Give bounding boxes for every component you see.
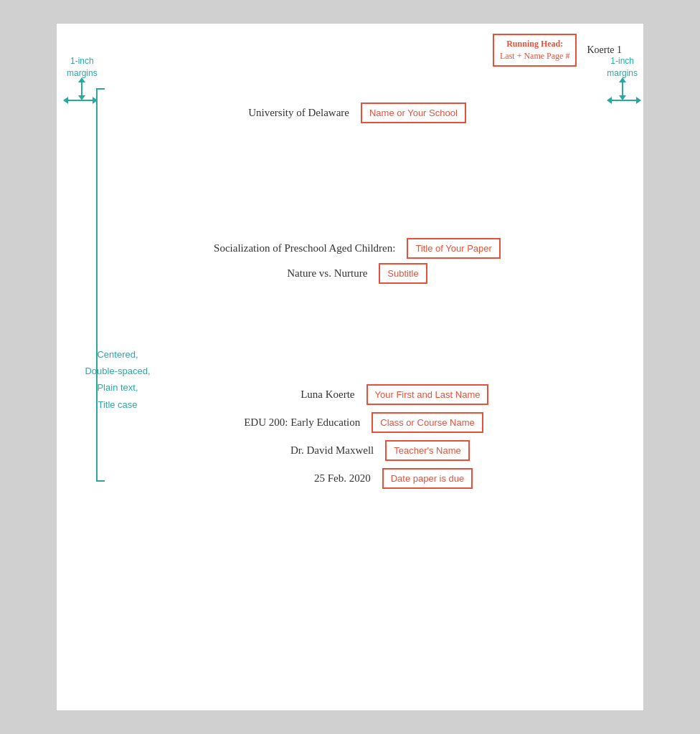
annotation-double-spaced: Double-spaced,	[85, 366, 150, 376]
date-row: 25 Feb. 2020 Date paper is due	[114, 468, 600, 489]
teacher-text: Dr. David Maxwell	[245, 444, 374, 457]
course-annotation-box: Class or Course Name	[372, 412, 483, 433]
date-text: 25 Feb. 2020	[242, 472, 371, 485]
date-annotation-text: Date paper is due	[391, 473, 465, 484]
running-head-sub: Last + Name Page #	[500, 51, 569, 61]
content-area: Centered, Double-spaced, Plain text, Tit…	[57, 74, 643, 525]
teal-bracket	[96, 88, 105, 482]
main-title-annotation-box: Title of Your Paper	[407, 238, 500, 259]
date-annotation-box: Date paper is due	[382, 468, 473, 489]
running-head-box: Running Head: Last + Name Page #	[493, 34, 577, 67]
main-title-row: Socialization of Preschool Aged Children…	[114, 238, 600, 259]
author-name-annotation-box: Your First and Last Name	[366, 384, 489, 405]
title-section: Socialization of Preschool Aged Children…	[114, 238, 600, 284]
teacher-annotation-box: Teacher's Name	[385, 440, 470, 461]
main-title-annotation-text: Title of Your Paper	[415, 243, 491, 254]
author-name-text: Luna Koerte	[226, 389, 355, 401]
teacher-row: Dr. David Maxwell Teacher's Name	[114, 440, 600, 461]
page-number: Koerte 1	[587, 44, 622, 56]
teacher-annotation-text: Teacher's Name	[394, 445, 461, 456]
subtitle-text: Nature vs. Nurture	[287, 267, 367, 280]
subtitle-annotation-box: Subtitle	[379, 263, 427, 284]
left-annotations: Centered, Double-spaced, Plain text, Tit…	[71, 346, 164, 414]
course-row: EDU 200: Early Education Class or Course…	[114, 412, 600, 433]
annotation-centered: Centered,	[97, 349, 138, 360]
author-name-annotation-text: Your First and Last Name	[375, 389, 481, 400]
subtitle-row: Nature vs. Nurture Subtitle	[114, 263, 600, 284]
school-example-text: University of Delaware	[248, 107, 349, 119]
school-annotation-box: Name or Your School	[361, 103, 466, 123]
annotation-title-case: Title case	[98, 399, 137, 410]
school-section: University of Delaware Name or Your Scho…	[114, 103, 600, 123]
annotation-plain-text: Plain text,	[97, 382, 138, 393]
header-bar: Running Head: Last + Name Page # Koerte …	[57, 24, 643, 74]
page: 1-inch margins 1-inch margins Running He…	[56, 23, 644, 711]
margin-left-text-1: 1-inch	[70, 56, 94, 66]
subtitle-annotation-text: Subtitle	[387, 268, 418, 279]
school-annotation-text: Name or Your School	[369, 108, 458, 118]
author-name-row: Luna Koerte Your First and Last Name	[114, 384, 600, 405]
course-text: EDU 200: Early Education	[231, 416, 360, 429]
course-annotation-text: Class or Course Name	[380, 417, 475, 428]
margin-right-text-1: 1-inch	[610, 56, 634, 66]
running-head-label: Running Head:	[506, 39, 563, 49]
main-title-text: Socialization of Preschool Aged Children…	[214, 242, 395, 254]
author-section: Luna Koerte Your First and Last Name EDU…	[114, 384, 600, 489]
